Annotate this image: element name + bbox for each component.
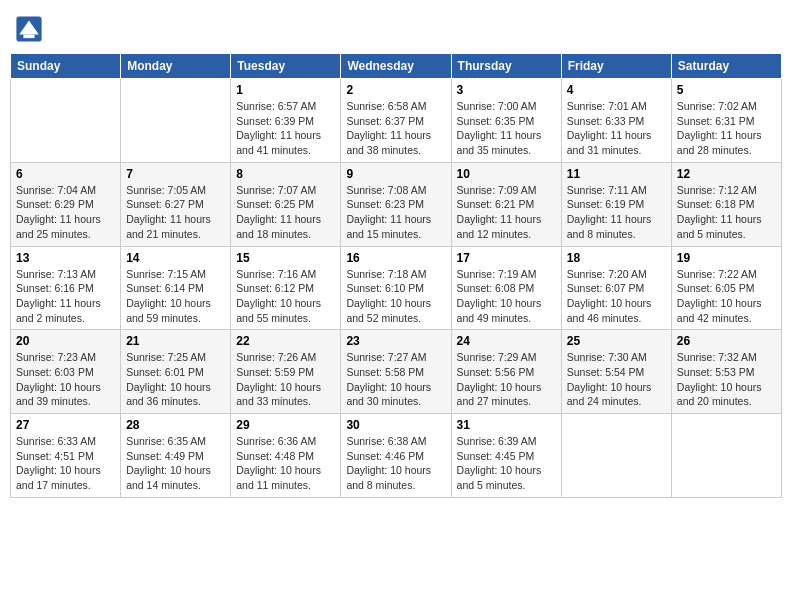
calendar-cell: 24 Sunrise: 7:29 AM Sunset: 5:56 PM Dayl…: [451, 330, 561, 414]
calendar-week-row: 20 Sunrise: 7:23 AM Sunset: 6:03 PM Dayl…: [11, 330, 782, 414]
logo: [15, 15, 47, 43]
day-number: 29: [236, 418, 335, 432]
day-number: 30: [346, 418, 445, 432]
calendar-cell: 16 Sunrise: 7:18 AM Sunset: 6:10 PM Dayl…: [341, 246, 451, 330]
logo-icon: [15, 15, 43, 43]
day-info: Sunrise: 7:12 AM Sunset: 6:18 PM Dayligh…: [677, 183, 776, 242]
weekday-header: Thursday: [451, 54, 561, 79]
day-info: Sunrise: 7:25 AM Sunset: 6:01 PM Dayligh…: [126, 350, 225, 409]
calendar-cell: 25 Sunrise: 7:30 AM Sunset: 5:54 PM Dayl…: [561, 330, 671, 414]
day-number: 1: [236, 83, 335, 97]
day-number: 10: [457, 167, 556, 181]
calendar-cell: 12 Sunrise: 7:12 AM Sunset: 6:18 PM Dayl…: [671, 162, 781, 246]
day-number: 15: [236, 251, 335, 265]
day-number: 21: [126, 334, 225, 348]
day-info: Sunrise: 7:22 AM Sunset: 6:05 PM Dayligh…: [677, 267, 776, 326]
day-info: Sunrise: 7:18 AM Sunset: 6:10 PM Dayligh…: [346, 267, 445, 326]
day-number: 7: [126, 167, 225, 181]
calendar-cell: 19 Sunrise: 7:22 AM Sunset: 6:05 PM Dayl…: [671, 246, 781, 330]
day-info: Sunrise: 7:19 AM Sunset: 6:08 PM Dayligh…: [457, 267, 556, 326]
calendar-cell: [121, 79, 231, 163]
day-info: Sunrise: 7:32 AM Sunset: 5:53 PM Dayligh…: [677, 350, 776, 409]
day-info: Sunrise: 7:11 AM Sunset: 6:19 PM Dayligh…: [567, 183, 666, 242]
day-info: Sunrise: 6:38 AM Sunset: 4:46 PM Dayligh…: [346, 434, 445, 493]
day-info: Sunrise: 6:36 AM Sunset: 4:48 PM Dayligh…: [236, 434, 335, 493]
day-info: Sunrise: 7:27 AM Sunset: 5:58 PM Dayligh…: [346, 350, 445, 409]
calendar-cell: 3 Sunrise: 7:00 AM Sunset: 6:35 PM Dayli…: [451, 79, 561, 163]
calendar-cell: 20 Sunrise: 7:23 AM Sunset: 6:03 PM Dayl…: [11, 330, 121, 414]
calendar-cell: 14 Sunrise: 7:15 AM Sunset: 6:14 PM Dayl…: [121, 246, 231, 330]
day-info: Sunrise: 6:58 AM Sunset: 6:37 PM Dayligh…: [346, 99, 445, 158]
day-info: Sunrise: 7:05 AM Sunset: 6:27 PM Dayligh…: [126, 183, 225, 242]
weekday-header: Wednesday: [341, 54, 451, 79]
calendar-week-row: 1 Sunrise: 6:57 AM Sunset: 6:39 PM Dayli…: [11, 79, 782, 163]
weekday-header: Saturday: [671, 54, 781, 79]
calendar-cell: [671, 414, 781, 498]
svg-rect-2: [23, 35, 34, 39]
calendar-cell: 31 Sunrise: 6:39 AM Sunset: 4:45 PM Dayl…: [451, 414, 561, 498]
day-number: 16: [346, 251, 445, 265]
day-number: 22: [236, 334, 335, 348]
calendar-cell: 27 Sunrise: 6:33 AM Sunset: 4:51 PM Dayl…: [11, 414, 121, 498]
calendar-cell: 5 Sunrise: 7:02 AM Sunset: 6:31 PM Dayli…: [671, 79, 781, 163]
calendar-cell: [561, 414, 671, 498]
day-number: 17: [457, 251, 556, 265]
day-number: 6: [16, 167, 115, 181]
calendar-cell: 30 Sunrise: 6:38 AM Sunset: 4:46 PM Dayl…: [341, 414, 451, 498]
calendar-cell: 23 Sunrise: 7:27 AM Sunset: 5:58 PM Dayl…: [341, 330, 451, 414]
day-info: Sunrise: 7:00 AM Sunset: 6:35 PM Dayligh…: [457, 99, 556, 158]
day-info: Sunrise: 6:57 AM Sunset: 6:39 PM Dayligh…: [236, 99, 335, 158]
day-number: 18: [567, 251, 666, 265]
day-number: 20: [16, 334, 115, 348]
calendar-cell: 7 Sunrise: 7:05 AM Sunset: 6:27 PM Dayli…: [121, 162, 231, 246]
calendar-week-row: 27 Sunrise: 6:33 AM Sunset: 4:51 PM Dayl…: [11, 414, 782, 498]
calendar-cell: 29 Sunrise: 6:36 AM Sunset: 4:48 PM Dayl…: [231, 414, 341, 498]
day-info: Sunrise: 6:33 AM Sunset: 4:51 PM Dayligh…: [16, 434, 115, 493]
day-number: 24: [457, 334, 556, 348]
day-number: 19: [677, 251, 776, 265]
day-number: 11: [567, 167, 666, 181]
day-number: 4: [567, 83, 666, 97]
day-number: 28: [126, 418, 225, 432]
day-number: 23: [346, 334, 445, 348]
calendar-cell: 18 Sunrise: 7:20 AM Sunset: 6:07 PM Dayl…: [561, 246, 671, 330]
day-info: Sunrise: 6:39 AM Sunset: 4:45 PM Dayligh…: [457, 434, 556, 493]
day-number: 8: [236, 167, 335, 181]
day-info: Sunrise: 7:29 AM Sunset: 5:56 PM Dayligh…: [457, 350, 556, 409]
weekday-header: Sunday: [11, 54, 121, 79]
calendar-cell: 6 Sunrise: 7:04 AM Sunset: 6:29 PM Dayli…: [11, 162, 121, 246]
day-number: 25: [567, 334, 666, 348]
day-number: 9: [346, 167, 445, 181]
day-number: 26: [677, 334, 776, 348]
calendar-cell: 26 Sunrise: 7:32 AM Sunset: 5:53 PM Dayl…: [671, 330, 781, 414]
calendar-cell: 1 Sunrise: 6:57 AM Sunset: 6:39 PM Dayli…: [231, 79, 341, 163]
day-number: 13: [16, 251, 115, 265]
calendar-week-row: 6 Sunrise: 7:04 AM Sunset: 6:29 PM Dayli…: [11, 162, 782, 246]
day-info: Sunrise: 7:13 AM Sunset: 6:16 PM Dayligh…: [16, 267, 115, 326]
day-info: Sunrise: 6:35 AM Sunset: 4:49 PM Dayligh…: [126, 434, 225, 493]
day-number: 3: [457, 83, 556, 97]
day-number: 14: [126, 251, 225, 265]
day-number: 2: [346, 83, 445, 97]
weekday-header: Monday: [121, 54, 231, 79]
day-info: Sunrise: 7:16 AM Sunset: 6:12 PM Dayligh…: [236, 267, 335, 326]
day-info: Sunrise: 7:23 AM Sunset: 6:03 PM Dayligh…: [16, 350, 115, 409]
weekday-header: Tuesday: [231, 54, 341, 79]
day-info: Sunrise: 7:07 AM Sunset: 6:25 PM Dayligh…: [236, 183, 335, 242]
day-info: Sunrise: 7:04 AM Sunset: 6:29 PM Dayligh…: [16, 183, 115, 242]
day-number: 5: [677, 83, 776, 97]
calendar-cell: 17 Sunrise: 7:19 AM Sunset: 6:08 PM Dayl…: [451, 246, 561, 330]
day-info: Sunrise: 7:08 AM Sunset: 6:23 PM Dayligh…: [346, 183, 445, 242]
day-number: 27: [16, 418, 115, 432]
calendar-cell: 10 Sunrise: 7:09 AM Sunset: 6:21 PM Dayl…: [451, 162, 561, 246]
calendar-cell: 2 Sunrise: 6:58 AM Sunset: 6:37 PM Dayli…: [341, 79, 451, 163]
day-info: Sunrise: 7:15 AM Sunset: 6:14 PM Dayligh…: [126, 267, 225, 326]
day-info: Sunrise: 7:02 AM Sunset: 6:31 PM Dayligh…: [677, 99, 776, 158]
calendar-cell: 4 Sunrise: 7:01 AM Sunset: 6:33 PM Dayli…: [561, 79, 671, 163]
calendar-cell: [11, 79, 121, 163]
day-number: 12: [677, 167, 776, 181]
day-number: 31: [457, 418, 556, 432]
page-header: [10, 10, 782, 43]
day-info: Sunrise: 7:30 AM Sunset: 5:54 PM Dayligh…: [567, 350, 666, 409]
day-info: Sunrise: 7:20 AM Sunset: 6:07 PM Dayligh…: [567, 267, 666, 326]
